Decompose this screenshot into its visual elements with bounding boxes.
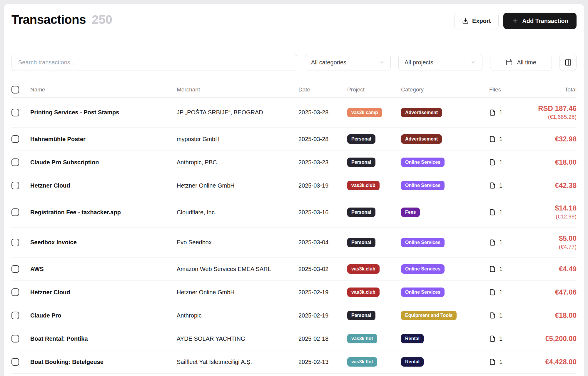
row-checkbox[interactable]	[11, 288, 19, 296]
project-badge[interactable]: vas3k.club	[347, 264, 380, 274]
row-checkbox[interactable]	[11, 312, 19, 319]
transaction-merchant: Evo Seedbox	[177, 232, 298, 253]
page-header: Transactions 250 Export Add Transaction	[11, 4, 577, 29]
search-input[interactable]	[11, 54, 297, 71]
files-cell[interactable]: 1	[489, 232, 527, 253]
add-transaction-button[interactable]: Add Transaction	[503, 13, 577, 29]
transaction-name[interactable]: Boat Booking: Betelgeuse	[30, 352, 177, 372]
table-row[interactable]: Registration Fee - taxhacker.app Cloudfl…	[11, 197, 577, 227]
project-badge[interactable]: Personal	[347, 158, 375, 167]
column-header-category[interactable]: Category	[401, 83, 489, 97]
export-button[interactable]: Export	[454, 13, 499, 29]
categories-select[interactable]: All categories	[305, 54, 391, 71]
file-icon	[489, 182, 496, 189]
column-header-files[interactable]: Files	[489, 83, 527, 97]
transaction-date: 2025-03-28	[298, 102, 347, 123]
files-cell[interactable]: 1	[489, 102, 527, 123]
row-checkbox-cell	[11, 202, 30, 223]
row-checkbox[interactable]	[11, 265, 19, 273]
project-badge[interactable]: vas3k flot	[347, 357, 377, 367]
table-row[interactable]: Printing Services - Post Stamps JP „POŠT…	[11, 98, 577, 128]
row-checkbox[interactable]	[11, 158, 19, 166]
transaction-name[interactable]: Hetzner Cloud	[30, 176, 177, 196]
category-badge[interactable]: Online Services	[401, 288, 445, 297]
row-checkbox[interactable]	[11, 335, 19, 342]
column-header-total[interactable]: Total	[527, 83, 577, 97]
project-badge[interactable]: Personal	[347, 134, 375, 144]
table-row[interactable]: Claude Pro Anthropic 2025-02-19 Personal…	[11, 304, 577, 327]
table-row[interactable]: Boat Rental: Pontika AYDE SOLAR YACHTING…	[11, 327, 577, 350]
transaction-name[interactable]: Seedbox Invoice	[30, 232, 177, 253]
total-cell: €5,200.00	[527, 328, 577, 350]
row-checkbox[interactable]	[11, 208, 19, 216]
category-cell: Online Services	[401, 174, 489, 197]
row-checkbox-cell	[11, 102, 30, 123]
file-count: 1	[499, 335, 502, 342]
projects-select[interactable]: All projects	[398, 54, 482, 71]
row-checkbox[interactable]	[11, 109, 19, 116]
project-badge[interactable]: Personal	[347, 208, 375, 217]
column-header-date[interactable]: Date	[298, 83, 347, 97]
files-cell[interactable]: 1	[489, 375, 527, 376]
files-cell[interactable]: 1	[489, 282, 527, 303]
category-badge[interactable]: Equipment and Tools	[401, 311, 457, 320]
category-badge[interactable]: Advertisement	[401, 108, 442, 117]
transaction-name[interactable]: Claude Pro Subscription	[30, 152, 177, 173]
transaction-name[interactable]: Hetzner Cloud	[30, 282, 177, 303]
project-cell: vas3k flot	[347, 350, 401, 373]
columns-toggle-button[interactable]	[559, 54, 577, 71]
transaction-date: 2025-03-02	[298, 259, 347, 279]
files-cell[interactable]: 1	[489, 352, 527, 372]
category-badge[interactable]: Online Services	[401, 158, 445, 167]
category-badge[interactable]: Rental	[401, 357, 424, 367]
column-header-merchant[interactable]: Merchant	[177, 83, 298, 97]
project-badge[interactable]: vas3k.club	[347, 181, 380, 190]
project-badge[interactable]: Personal	[347, 311, 375, 320]
transaction-name[interactable]: AWS	[30, 259, 177, 279]
project-badge[interactable]: vas3k flot	[347, 334, 377, 343]
row-checkbox[interactable]	[11, 182, 19, 189]
files-cell[interactable]: 1	[489, 259, 527, 279]
files-cell[interactable]: 1	[489, 202, 527, 223]
files-cell[interactable]: 1	[489, 152, 527, 173]
transaction-name[interactable]: Registration Fee - taxhacker.app	[30, 202, 177, 223]
row-checkbox[interactable]	[11, 239, 19, 246]
files-cell[interactable]: 1	[489, 328, 527, 349]
category-badge[interactable]: Online Services	[401, 264, 445, 274]
transaction-name[interactable]: Boat Rental: Pontika	[30, 329, 177, 349]
table-row[interactable]: Seedbox Invoice Evo Seedbox 2025-03-04 P…	[11, 228, 577, 258]
transaction-total: RSD 187.46	[527, 104, 577, 113]
column-header-project[interactable]: Project	[347, 83, 401, 97]
table-row[interactable]: Boat Booking: Betelgeuse Sailfleet Yat I…	[11, 350, 577, 374]
table-row[interactable]: Hahnemühle Poster myposter GmbH 2025-03-…	[11, 128, 577, 151]
row-checkbox[interactable]	[11, 135, 19, 143]
project-cell: vas3k.club	[347, 258, 401, 280]
transaction-name[interactable]: Printing Services - Post Stamps	[30, 102, 177, 123]
category-badge[interactable]: Fees	[401, 208, 420, 217]
table-row[interactable]: Boat Booking: Sarisu SteamPro Adria 2025…	[11, 374, 577, 376]
category-badge[interactable]: Online Services	[401, 238, 445, 247]
project-cell: vas3k.club	[347, 281, 401, 304]
transaction-name[interactable]: Hahnemühle Poster	[30, 129, 177, 149]
project-badge[interactable]: vas3k camp	[347, 108, 382, 117]
row-checkbox-cell	[11, 152, 30, 173]
date-range-button[interactable]: All time	[490, 54, 552, 71]
select-all-checkbox[interactable]	[11, 86, 19, 93]
files-cell[interactable]: 1	[489, 129, 527, 149]
row-checkbox[interactable]	[11, 358, 19, 366]
column-header-name[interactable]: Name	[30, 83, 177, 97]
transaction-name[interactable]: Claude Pro	[30, 305, 177, 326]
category-badge[interactable]: Online Services	[401, 181, 445, 190]
table-row[interactable]: Hetzner Cloud Hetzner Online GmbH 2025-0…	[11, 281, 577, 304]
total-cell: €42.38	[527, 175, 577, 197]
table-row[interactable]: AWS Amazon Web Services EMEA SARL 2025-0…	[11, 258, 577, 281]
project-badge[interactable]: vas3k.club	[347, 288, 380, 297]
table-row[interactable]: Hetzner Cloud Hetzner Online GmbH 2025-0…	[11, 174, 577, 197]
project-badge[interactable]: Personal	[347, 238, 375, 247]
files-cell[interactable]: 1	[489, 175, 527, 196]
table-row[interactable]: Claude Pro Subscription Anthropic, PBC 2…	[11, 151, 577, 174]
files-cell[interactable]: 1	[489, 305, 527, 326]
transaction-date: 2025-02-19	[298, 282, 347, 303]
category-badge[interactable]: Advertisement	[401, 134, 442, 144]
category-badge[interactable]: Rental	[401, 334, 424, 343]
